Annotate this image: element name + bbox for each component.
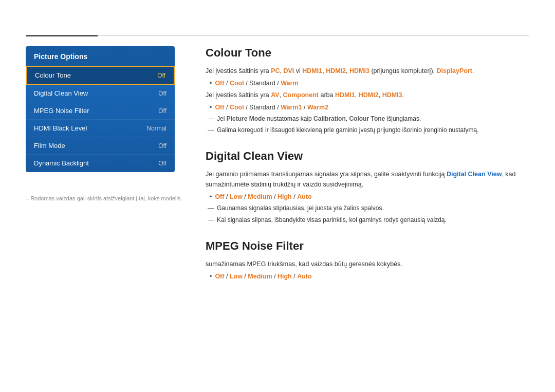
text-part: / — [224, 80, 229, 87]
bullet-content: Off / Low / Medium / High / Auto — [215, 192, 311, 202]
text-part: Jei įvesties šaltinis yra — [206, 67, 271, 74]
sidebar-item-dynamic-backlight[interactable]: Dynamic Backlight Off — [26, 155, 175, 172]
dash-row: —Kai signalas silpnas, išbandykite visas… — [208, 215, 534, 225]
text-part: Warm1 — [281, 104, 302, 111]
text-part: Warm2 — [307, 104, 328, 111]
text-part: , — [355, 91, 359, 99]
text-part: Digital Clean View — [447, 171, 502, 178]
text-part: Auto — [297, 193, 311, 200]
bullet-content: Off / Cool / Standard / Warm — [215, 78, 298, 88]
text-part: Off — [215, 273, 224, 280]
bullet-dot: • — [210, 78, 212, 88]
dash-content: Kai signalas silpnas, išbandykite visas … — [217, 215, 447, 225]
bullet-row: •Off / Low / Medium / High / Auto — [210, 192, 534, 202]
bullet-dot: • — [210, 192, 212, 202]
sidebar-item-mpeg-noise-filter[interactable]: MPEG Noise Filter Off — [26, 102, 175, 120]
text-part: / — [275, 80, 281, 87]
rule-light — [98, 35, 529, 36]
text-part: Picture Mode — [227, 115, 265, 122]
text-part: Galima koreguoti ir išsaugoti kiekvieną … — [217, 126, 479, 134]
sidebar-item-colour-tone[interactable]: Colour Tone Off — [26, 66, 175, 85]
sidebar-note: – Rodomas vaizdas gali skirtis atsižvelg… — [26, 195, 182, 201]
sidebar-item-value: Off — [158, 142, 166, 150]
text-part: AV — [271, 91, 279, 99]
text-part: HDMI2 — [326, 67, 346, 74]
bullet-content: Off / Cool / Standard / Warm1 / Warm2 — [215, 102, 328, 113]
text-part: arba — [319, 91, 335, 99]
sidebar-title: Picture Options — [26, 46, 175, 66]
sidebar-panel: Picture Options Colour Tone Off Digital … — [26, 46, 175, 172]
text-part: HDMI3 — [382, 91, 402, 99]
sidebar-item-hdmi-black-level[interactable]: HDMI Black Level Normal — [26, 120, 175, 137]
text-part: Kai signalas silpnas, išbandykite visas … — [217, 216, 447, 223]
bullet-row: •Off / Cool / Standard / Warm — [210, 78, 534, 88]
section-title-mpeg-noise-filter: MPEG Noise Filter — [206, 239, 534, 253]
text-part: Jei — [217, 115, 227, 122]
dash-content: Gaunamas signalas stipriausias, jei juos… — [217, 203, 384, 213]
text-part: / — [243, 193, 248, 200]
text-part: Colour Tone — [349, 115, 385, 122]
text-part: . — [472, 67, 474, 74]
section-colour-tone: Colour ToneJei įvesties šaltinis yra PC,… — [206, 46, 534, 135]
text-part: / — [292, 273, 297, 280]
text-part: Off — [215, 80, 224, 87]
section-paragraph: Jei įvesties šaltinis yra AV, Component … — [206, 90, 534, 100]
text-part: Cool — [230, 104, 244, 111]
sidebar-item-value: Off — [158, 107, 166, 115]
rule-dark — [26, 35, 98, 36]
text-part: nustatomas kaip — [265, 115, 313, 122]
text-part: , — [346, 67, 349, 74]
text-part: / — [272, 273, 278, 280]
text-part: High — [278, 193, 292, 200]
sidebar-item-label: Film Mode — [34, 142, 65, 150]
dash-symbol: — — [208, 203, 214, 213]
dash-row: —Jei Picture Mode nustatomas kaip Calibr… — [208, 114, 534, 124]
text-part: / — [224, 193, 229, 200]
text-part: Medium — [248, 193, 272, 200]
text-part: vi — [294, 67, 302, 74]
section-paragraph: sumažinamas MPEG triukšmas, kad vaizdas … — [206, 259, 534, 269]
sidebar-item-value: Off — [157, 72, 165, 79]
text-part: / — [275, 104, 281, 111]
text-part: Low — [230, 273, 243, 280]
text-part: PC — [271, 67, 280, 74]
dash-row: —Gaunamas signalas stipriausias, jei juo… — [208, 203, 534, 213]
section-paragraph: Jei įvesties šaltinis yra PC, DVI vi HDM… — [206, 66, 534, 76]
sidebar-item-label: MPEG Noise Filter — [34, 107, 89, 115]
sidebar-item-label: HDMI Black Level — [34, 124, 87, 132]
bullet-dot: • — [210, 271, 212, 282]
text-part: DisplayPort — [437, 67, 472, 74]
top-rules — [26, 35, 529, 36]
text-part: Standard — [249, 104, 275, 111]
text-part: HDMI1 — [302, 67, 322, 74]
text-part: Standard — [249, 80, 275, 87]
text-part: (prijungus kompiuterį), — [369, 67, 437, 74]
text-part: / — [224, 104, 229, 111]
dash-symbol: — — [208, 215, 214, 225]
section-paragraph: Jei gaminio priimamas transliuojamas sig… — [206, 169, 534, 190]
sidebar-item-value: Off — [158, 160, 166, 167]
text-part: išjungiamas. — [385, 115, 421, 122]
sidebar-item-digital-clean-view[interactable]: Digital Clean View Off — [26, 85, 175, 102]
section-digital-clean-view: Digital Clean ViewJei gaminio priimamas … — [206, 150, 534, 225]
text-part: / — [302, 104, 307, 111]
section-title-digital-clean-view: Digital Clean View — [206, 150, 534, 163]
sidebar-item-film-mode[interactable]: Film Mode Off — [26, 137, 175, 155]
text-part: Auto — [297, 273, 311, 280]
sidebar-item-label: Digital Clean View — [34, 89, 88, 97]
text-part: Gaunamas signalas stipriausias, jei juos… — [217, 204, 384, 212]
text-part: Component — [283, 91, 319, 99]
sidebar-item-label: Colour Tone — [35, 71, 71, 79]
text-part: HDMI3 — [349, 67, 369, 74]
text-part: DVI — [283, 67, 294, 74]
main-content: Colour ToneJei įvesties šaltinis yra PC,… — [206, 46, 534, 296]
section-title-colour-tone: Colour Tone — [206, 46, 534, 60]
text-part: Low — [230, 193, 243, 200]
text-part: Jei gaminio priimamas transliuojamas sig… — [206, 171, 447, 178]
sidebar-item-value: Normal — [146, 125, 166, 132]
text-part: High — [278, 273, 292, 280]
sidebar-item-label: Dynamic Backlight — [34, 159, 89, 167]
text-part: Calibration — [313, 115, 346, 122]
text-part: HDMI2 — [359, 91, 379, 99]
text-part: . — [402, 91, 404, 99]
